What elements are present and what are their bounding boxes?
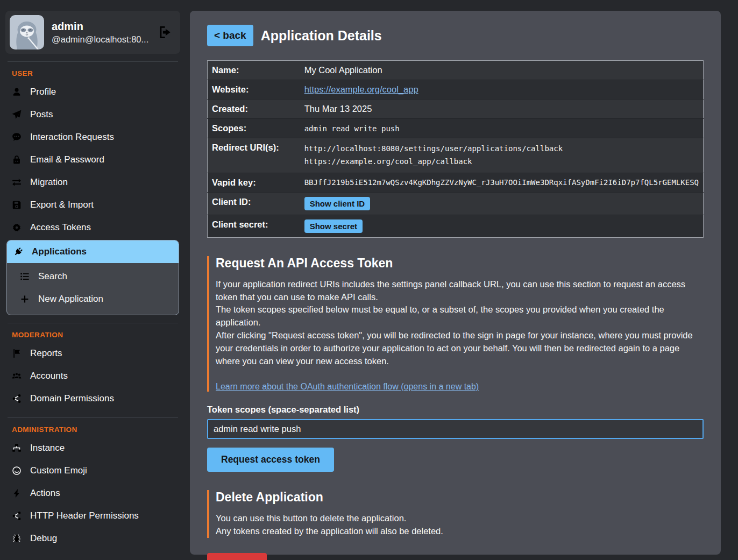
users-icon [12, 371, 22, 381]
table-row-name: Name: My Cool Application [208, 61, 704, 80]
sidebar-item-email-password[interactable]: Email & Password [5, 148, 180, 171]
sidebar-item-debug[interactable]: Debug [5, 527, 180, 550]
request-token-section: Request An API Access Token If your appl… [207, 256, 704, 392]
row-value: BBJffJ219b5iE512m7wQSzv4KgKDhgZZVzNyWC_r… [300, 173, 704, 192]
sidebar-item-label: Migration [30, 177, 68, 188]
sidebar-item-posts[interactable]: Posts [5, 103, 180, 126]
row-label: Redirect URI(s): [208, 138, 300, 173]
sidebar-item-label: Access Tokens [30, 222, 91, 233]
sidebar-item-label: Custom Emoji [30, 465, 87, 476]
sidebar-item-custom-emoji[interactable]: Custom Emoji [5, 459, 180, 482]
section-line: Any tokens created by the application wi… [216, 525, 704, 538]
row-label: Scopes: [208, 119, 300, 138]
sidebar-item-label: Interaction Requests [30, 132, 114, 143]
application-details-table: Name: My Cool Application Website: https… [207, 60, 704, 238]
delete-application-section: Delete Application You can use this butt… [207, 490, 704, 538]
row-label: Client secret: [208, 215, 300, 237]
request-access-token-button[interactable]: Request access token [207, 448, 334, 472]
plug-icon [13, 247, 23, 257]
redirect-uri: http://localhost:8080/settings/user/appl… [304, 143, 699, 155]
sidebar-item-profile[interactable]: Profile [5, 81, 180, 103]
row-label: Vapid key: [208, 173, 300, 192]
sidebar-item-label: Applications [32, 246, 87, 257]
sidebar-item-domain-permissions[interactable]: Domain Permissions [5, 387, 180, 410]
paper-plane-icon [12, 110, 22, 119]
website-link[interactable]: https://example.org/cool_app [304, 84, 418, 94]
share-nodes-icon [12, 394, 22, 403]
sidebar-item-applications[interactable]: Applications [7, 240, 179, 263]
sidebar-item-reports[interactable]: Reports [5, 342, 180, 365]
section-paragraph: After clicking "Request access token", y… [216, 329, 704, 368]
row-label: Website: [208, 80, 300, 100]
sidebar-item-label: Export & Import [30, 200, 94, 210]
row-value: Thu Mar 13 2025 [300, 100, 704, 119]
sidebar-item-label: Debug [30, 533, 57, 544]
row-label: Name: [208, 61, 300, 80]
row-value: admin read write push [300, 119, 704, 138]
sign-out-icon[interactable] [158, 25, 172, 39]
sidebar-item-label: Domain Permissions [30, 393, 114, 404]
token-scopes-label: Token scopes (space-separated list) [207, 405, 704, 415]
list-icon [20, 272, 30, 281]
sidebar-item-label: New Application [38, 294, 103, 304]
sidebar-item-interaction-requests[interactable]: Interaction Requests [5, 126, 180, 148]
section-paragraph: If your application redirect URIs includ… [216, 278, 704, 304]
divider [8, 323, 178, 323]
user-meta: admin @admin@localhost:80... [52, 20, 150, 45]
row-label: Client ID: [208, 192, 300, 215]
oauth-docs-link[interactable]: Learn more about the OAuth authenticatio… [216, 382, 479, 392]
table-row-created: Created: Thu Mar 13 2025 [208, 100, 704, 119]
sidebar-item-label: Reports [30, 348, 62, 359]
show-secret-button[interactable]: Show secret [304, 219, 363, 233]
user-handle: @admin@localhost:80... [52, 34, 150, 45]
sidebar-item-instance[interactable]: Instance [5, 437, 180, 459]
section-title: Request An API Access Token [216, 256, 704, 271]
bolt-icon [12, 488, 22, 498]
table-row-vapid-key: Vapid key: BBJffJ219b5iE512m7wQSzv4KgKDh… [208, 173, 704, 192]
certificate-icon [12, 223, 22, 232]
share-nodes-icon [12, 511, 22, 521]
delete-button[interactable]: Delete [207, 553, 267, 560]
section-title: Delete Application [216, 490, 704, 505]
user-card[interactable]: admin @admin@localhost:80... [5, 11, 180, 54]
bug-icon [12, 534, 22, 543]
row-value: My Cool Application [300, 61, 704, 80]
divider [8, 417, 178, 418]
sidebar-item-accounts[interactable]: Accounts [5, 365, 180, 387]
sidebar-item-applications-search[interactable]: Search [13, 265, 179, 288]
table-row-client-secret: Client secret: Show secret [208, 215, 704, 237]
sidebar-item-label: Actions [30, 488, 60, 499]
main-panel: < back Application Details Name: My Cool… [190, 11, 721, 555]
sidebar-item-new-application[interactable]: New Application [13, 288, 179, 310]
redirect-uri: https://example.org/cool_app/callback [304, 155, 699, 168]
sidebar-item-label: Instance [30, 443, 65, 453]
section-paragraph: The token scopes specified below must be… [216, 303, 704, 329]
sidebar-item-actions[interactable]: Actions [5, 482, 180, 505]
table-row-website: Website: https://example.org/cool_app [208, 80, 704, 100]
sidebar-item-label: Posts [30, 109, 53, 120]
flag-icon [12, 349, 22, 358]
table-row-client-id: Client ID: Show client ID [208, 192, 704, 215]
exchange-arrows-icon [12, 178, 22, 187]
sitemap-icon [12, 443, 22, 453]
sidebar: admin @admin@localhost:80... USER Profil… [0, 0, 186, 560]
sidebar-section-moderation: MODERATION [12, 331, 180, 339]
page-title: Application Details [261, 28, 382, 44]
row-label: Created: [208, 100, 300, 119]
back-button[interactable]: < back [207, 25, 253, 46]
sidebar-item-access-tokens[interactable]: Access Tokens [5, 216, 180, 239]
sidebar-item-label: Profile [30, 87, 56, 97]
token-scopes-input[interactable] [207, 419, 704, 439]
sidebar-item-label: Email & Password [30, 154, 104, 165]
section-line: You can use this button to delete the ap… [216, 512, 704, 525]
table-row-redirect-uris: Redirect URI(s): http://localhost:8080/s… [208, 138, 704, 173]
show-client-id-button[interactable]: Show client ID [304, 197, 371, 210]
sidebar-section-administration: ADMINISTRATION [12, 426, 180, 434]
sidebar-item-export-import[interactable]: Export & Import [5, 194, 180, 216]
page-header: < back Application Details [207, 25, 704, 46]
sidebar-section-user: USER [12, 69, 180, 77]
sidebar-item-migration[interactable]: Migration [5, 171, 180, 194]
user-display-name: admin [52, 20, 150, 33]
plus-icon [20, 294, 30, 304]
sidebar-item-http-header-permissions[interactable]: HTTP Header Permissions [5, 505, 180, 527]
